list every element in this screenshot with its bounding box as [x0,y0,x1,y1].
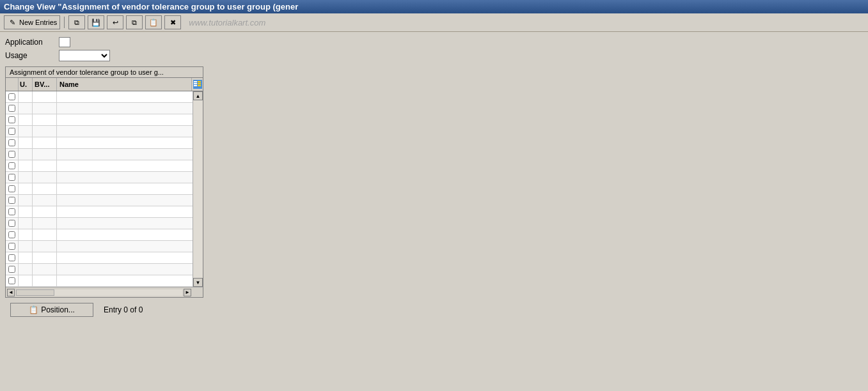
application-filter-row: Application [5,37,863,47]
row-select-checkbox[interactable] [8,197,15,204]
row-checkbox[interactable] [6,241,19,252]
header-bv-col: BV... [33,78,57,91]
row-select-checkbox[interactable] [8,116,15,123]
row-cell-u [19,137,33,148]
scroll-right-button[interactable]: ► [184,289,191,296]
row-checkbox[interactable] [6,91,19,102]
row-select-checkbox[interactable] [8,93,15,100]
svg-rect-2 [194,83,197,84]
position-icon: 📋 [29,305,38,314]
svg-rect-1 [194,81,197,82]
row-select-checkbox[interactable] [8,128,15,135]
row-checkbox[interactable] [6,149,19,160]
row-cell-u [19,264,33,275]
table-row [6,264,193,275]
row-cell-name [57,241,193,252]
table-row [6,137,193,149]
row-checkbox[interactable] [6,218,19,229]
row-checkbox[interactable] [6,103,19,114]
header-name-label: Name [59,80,79,88]
row-cell-bv [33,264,57,275]
row-cell-u [19,195,33,206]
copy2-button[interactable]: ⧉ [126,15,143,29]
row-cell-u [19,103,33,114]
delete-button[interactable]: ✖ [164,15,181,29]
title-text: Change View "Assignment of vendor tolera… [4,2,298,12]
paste-button[interactable]: 📋 [145,15,162,29]
row-checkbox[interactable] [6,229,19,240]
table-row [6,206,193,218]
scroll-down-button[interactable]: ▼ [193,278,203,287]
copy-icon: ⧉ [72,17,82,27]
table-title: Assignment of vendor tolerance group to … [6,67,203,78]
row-cell-name [57,103,193,114]
new-entries-icon: ✎ [7,17,17,27]
customize-icon [193,80,202,89]
new-entries-button[interactable]: ✎ New Entries [4,15,60,29]
copy-button[interactable]: ⧉ [68,15,85,29]
row-cell-name [57,195,193,206]
row-checkbox[interactable] [6,172,19,183]
row-select-checkbox[interactable] [8,266,15,273]
toolbar-separator-1 [64,17,65,28]
hscroll-thumb[interactable] [16,289,54,296]
row-checkbox[interactable] [6,160,19,171]
row-select-checkbox[interactable] [8,277,15,284]
position-button[interactable]: 📋 Position... [10,303,93,317]
row-cell-bv [33,218,57,229]
row-cell-name [57,229,193,240]
row-select-checkbox[interactable] [8,231,15,238]
row-cell-bv [33,229,57,240]
row-select-checkbox[interactable] [8,243,15,250]
row-checkbox[interactable] [6,195,19,206]
svg-rect-3 [194,85,197,86]
row-cell-name [57,126,193,137]
row-select-checkbox[interactable] [8,139,15,146]
hscroll-track [16,289,182,296]
table-row [6,160,193,172]
row-select-checkbox[interactable] [8,162,15,169]
row-select-checkbox[interactable] [8,220,15,227]
usage-select[interactable] [59,50,110,61]
row-cell-bv [33,183,57,194]
row-cell-name [57,252,193,263]
row-cell-bv [33,160,57,171]
new-entries-label: New Entries [19,19,57,26]
row-select-checkbox[interactable] [8,105,15,112]
row-cell-bv [33,275,57,286]
row-select-checkbox[interactable] [8,208,15,215]
row-checkbox[interactable] [6,275,19,286]
row-cell-bv [33,126,57,137]
row-select-checkbox[interactable] [8,254,15,261]
customize-columns-button[interactable] [191,78,203,91]
header-checkbox-col [6,78,19,91]
row-checkbox[interactable] [6,252,19,263]
row-cell-u [19,275,33,286]
copy2-icon: ⧉ [129,17,139,27]
row-checkbox[interactable] [6,114,19,125]
row-select-checkbox[interactable] [8,174,15,181]
row-checkbox[interactable] [6,264,19,275]
row-checkbox[interactable] [6,126,19,137]
usage-filter-row: Usage [5,50,863,61]
row-select-checkbox[interactable] [8,185,15,192]
row-cell-bv [33,149,57,160]
scroll-up-button[interactable]: ▲ [193,91,203,100]
row-cell-u [19,114,33,125]
save-button[interactable]: 💾 [88,15,104,29]
table-row [6,183,193,195]
undo-button[interactable]: ↩ [107,15,123,29]
position-label: Position... [41,305,75,314]
scroll-left-button[interactable]: ◄ [7,289,15,296]
row-checkbox[interactable] [6,206,19,217]
row-checkbox[interactable] [6,183,19,194]
title-bar: Change View "Assignment of vendor tolera… [0,0,868,13]
row-select-checkbox[interactable] [8,151,15,158]
application-input[interactable] [59,37,70,47]
row-cell-name [57,183,193,194]
undo-icon: ↩ [110,17,120,27]
row-checkbox[interactable] [6,137,19,148]
row-cell-name [57,264,193,275]
application-label: Application [5,38,56,47]
table-row [6,229,193,241]
